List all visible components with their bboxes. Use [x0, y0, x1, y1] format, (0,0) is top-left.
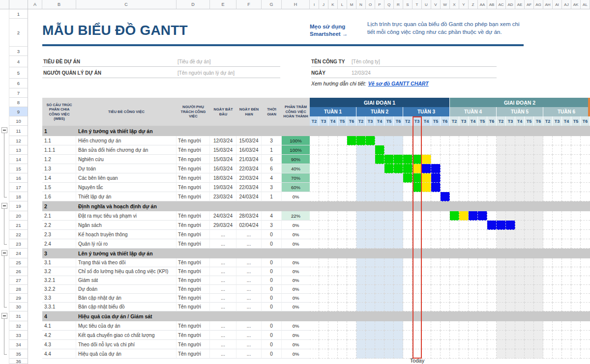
- gantt-day-cell[interactable]: [571, 294, 581, 303]
- gantt-day-cell[interactable]: [403, 230, 413, 239]
- gantt-day-cell[interactable]: [319, 164, 328, 173]
- cell-start-date[interactable]: ...: [210, 285, 236, 294]
- gantt-day-cell[interactable]: [375, 173, 384, 183]
- gantt-day-cell[interactable]: [450, 276, 459, 285]
- column-header[interactable]: O: [366, 0, 375, 9]
- gantt-day-cell[interactable]: [394, 340, 403, 349]
- row-header[interactable]: 25: [9, 258, 28, 267]
- cell-percent[interactable]: 0%: [282, 239, 310, 249]
- gantt-day-cell[interactable]: [581, 136, 590, 145]
- cell-start-date[interactable]: 24/03/24: [210, 211, 236, 221]
- cell-duration[interactable]: 3: [262, 183, 282, 192]
- gantt-day-cell[interactable]: [459, 155, 469, 164]
- cell-start-date[interactable]: ...: [210, 321, 236, 331]
- cell-wbs[interactable]: 4.2: [42, 331, 76, 340]
- cell-due-date[interactable]: 21/03/24: [236, 155, 262, 164]
- gantt-day-cell[interactable]: [543, 221, 553, 230]
- column-header[interactable]: AJ: [562, 0, 571, 9]
- gantt-day-cell[interactable]: [356, 321, 366, 331]
- gantt-day-cell[interactable]: [394, 303, 403, 311]
- gantt-day-cell[interactable]: [581, 294, 590, 303]
- row-header[interactable]: 15: [9, 164, 28, 173]
- gantt-day-cell[interactable]: [515, 211, 525, 221]
- gantt-day-cell[interactable]: [469, 258, 478, 267]
- cell-owner[interactable]: Tên người: [177, 221, 210, 230]
- gantt-day-cell[interactable]: [431, 221, 441, 230]
- row-header[interactable]: 8: [9, 98, 28, 107]
- gantt-day-cell[interactable]: [338, 155, 347, 164]
- gantt-day-cell[interactable]: [413, 145, 422, 155]
- gantt-day-cell[interactable]: [506, 239, 515, 249]
- gantt-day-cell[interactable]: [413, 294, 422, 303]
- gantt-day-cell[interactable]: [515, 173, 525, 183]
- gantt-day-cell[interactable]: [431, 276, 441, 285]
- gantt-day-cell[interactable]: [469, 155, 478, 164]
- gantt-day-cell[interactable]: [487, 136, 497, 145]
- gantt-day-cell[interactable]: [375, 183, 384, 192]
- gantt-day-cell[interactable]: [497, 267, 506, 276]
- gantt-day-cell[interactable]: [487, 221, 497, 230]
- cell-due-date[interactable]: ...: [236, 239, 262, 249]
- gantt-day-cell[interactable]: [497, 294, 506, 303]
- cell-start-date[interactable]: 29/03/24: [210, 221, 236, 230]
- cell-duration[interactable]: 0: [262, 276, 282, 285]
- gantt-day-cell[interactable]: [310, 136, 319, 145]
- gantt-day-cell[interactable]: [478, 221, 487, 230]
- gantt-day-cell[interactable]: [338, 303, 347, 311]
- gantt-day-cell[interactable]: [525, 276, 534, 285]
- gantt-day-cell[interactable]: [347, 136, 356, 145]
- gantt-day-cell[interactable]: [366, 136, 375, 145]
- gantt-day-cell[interactable]: [328, 183, 338, 192]
- gantt-day-cell[interactable]: [328, 136, 338, 145]
- gantt-day-cell[interactable]: [562, 331, 571, 340]
- cell-duration[interactable]: 6: [262, 164, 282, 173]
- gantt-day-cell[interactable]: [394, 331, 403, 340]
- gantt-day-cell[interactable]: [384, 321, 394, 331]
- gantt-day-cell[interactable]: [571, 321, 581, 331]
- gantt-day-cell[interactable]: [384, 276, 394, 285]
- gantt-day-cell[interactable]: [394, 183, 403, 192]
- gantt-day-cell[interactable]: [366, 221, 375, 230]
- gantt-day-cell[interactable]: [553, 294, 562, 303]
- gantt-day-cell[interactable]: [581, 321, 590, 331]
- column-header[interactable]: R: [394, 0, 403, 9]
- gantt-day-cell[interactable]: [497, 340, 506, 349]
- gantt-day-cell[interactable]: [571, 331, 581, 340]
- cell-start-date[interactable]: ...: [210, 294, 236, 303]
- cell-percent[interactable]: 0%: [282, 230, 310, 239]
- gantt-day-cell[interactable]: [403, 276, 413, 285]
- gantt-day-cell[interactable]: [347, 221, 356, 230]
- column-header[interactable]: A: [28, 0, 42, 9]
- gantt-day-cell[interactable]: [553, 267, 562, 276]
- gantt-day-cell[interactable]: [515, 267, 525, 276]
- gantt-day-cell[interactable]: [581, 285, 590, 294]
- column-header[interactable]: AI: [553, 0, 562, 9]
- cell-start-date[interactable]: ...: [210, 239, 236, 249]
- gantt-day-cell[interactable]: [534, 285, 543, 294]
- row-header[interactable]: 6: [9, 79, 28, 88]
- gantt-day-cell[interactable]: [459, 294, 469, 303]
- gantt-day-cell[interactable]: [328, 285, 338, 294]
- gantt-day-cell[interactable]: [515, 303, 525, 311]
- gantt-day-cell[interactable]: [422, 239, 431, 249]
- gantt-day-cell[interactable]: [450, 239, 459, 249]
- cell-percent[interactable]: 0%: [282, 321, 310, 331]
- gantt-day-cell[interactable]: [310, 164, 319, 173]
- row-header[interactable]: 26: [9, 267, 28, 276]
- gantt-day-cell[interactable]: [366, 173, 375, 183]
- gantt-day-cell[interactable]: [328, 173, 338, 183]
- gantt-day-cell[interactable]: [562, 349, 571, 359]
- gantt-day-cell[interactable]: [347, 340, 356, 349]
- gantt-day-cell[interactable]: [375, 331, 384, 340]
- gantt-day-cell[interactable]: [469, 331, 478, 340]
- gantt-day-cell[interactable]: [571, 349, 581, 359]
- gantt-day-cell[interactable]: [328, 267, 338, 276]
- gantt-day-cell[interactable]: [310, 192, 319, 201]
- gantt-day-cell[interactable]: [469, 340, 478, 349]
- gantt-day-cell[interactable]: [366, 164, 375, 173]
- cell-owner[interactable]: Tên người: [177, 164, 210, 173]
- gantt-day-cell[interactable]: [562, 230, 571, 239]
- gantt-day-cell[interactable]: [422, 267, 431, 276]
- gantt-day-cell[interactable]: [422, 321, 431, 331]
- cell-start-date[interactable]: 15/03/24: [210, 155, 236, 164]
